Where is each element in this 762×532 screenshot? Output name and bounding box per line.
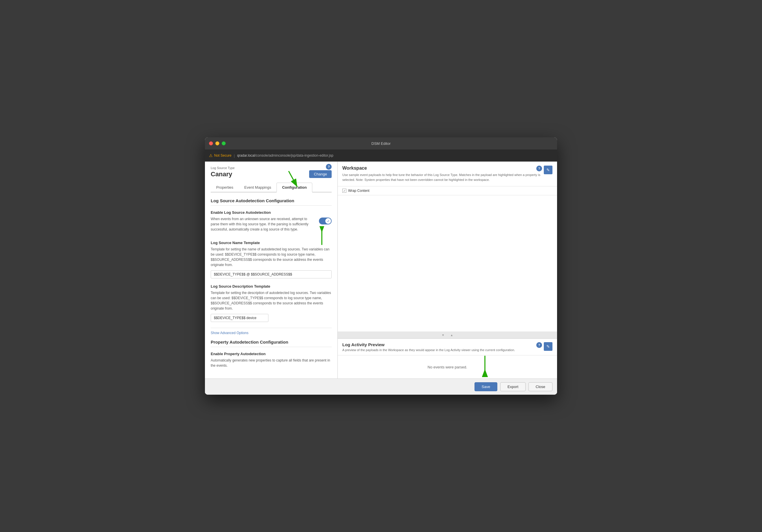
main-content: ? Log Source Type Canary Change Properti… — [205, 162, 557, 395]
log-source-type-label: Log Source Type — [211, 166, 332, 169]
traffic-lights — [209, 141, 226, 145]
title-bar: DSM Editor — [205, 137, 557, 150]
left-panel: ? Log Source Type Canary Change Properti… — [205, 162, 338, 378]
enable-autodetection-item: Enable Log Source Autodetection When eve… — [211, 210, 332, 235]
left-panel-inner: ? Log Source Type Canary Change Properti… — [211, 166, 332, 368]
change-button[interactable]: Change — [309, 170, 332, 178]
log-source-name-template-title: Log Source Name Template — [211, 240, 332, 245]
address-divider: | — [234, 154, 235, 158]
enable-autodetection-desc: When events from an unknown source are r… — [211, 216, 314, 232]
window-title: DSM Editor — [371, 141, 391, 146]
enable-property-autodetection-desc: Automatically generates new properties t… — [211, 358, 332, 368]
log-source-desc-template-input[interactable] — [211, 314, 268, 322]
bottom-bar: Save Export Close — [205, 378, 557, 395]
tabs-container: Properties Event Mappings Configuration — [211, 183, 332, 192]
wrap-content-checkbox[interactable]: ✓ — [342, 189, 346, 193]
left-help-button[interactable]: ? — [326, 164, 332, 169]
toggle-knob: ✓ — [325, 218, 331, 224]
log-activity-edit-button[interactable]: ✎ — [544, 342, 553, 351]
log-source-desc-template-desc: Template for setting the description of … — [211, 290, 332, 311]
tab-event-mappings[interactable]: Event Mappings — [239, 183, 276, 192]
log-activity-header: ? ✎ Log Activity Preview A preview of th… — [338, 339, 557, 356]
log-source-name-template-input[interactable] — [211, 270, 332, 278]
url-path: /console/adminconsole/jsp/data-ingestion… — [255, 154, 333, 158]
maximize-window-button[interactable] — [222, 141, 226, 145]
autodetection-toggle[interactable]: ✓ — [319, 218, 332, 225]
log-source-name-template-desc: Template for setting the name of autodet… — [211, 247, 332, 267]
show-advanced-link[interactable]: Show Advanced Options — [211, 328, 332, 335]
log-source-desc-template-title: Log Source Description Template — [211, 284, 332, 289]
log-source-name-template-item: Log Source Name Template Template for se… — [211, 240, 332, 278]
no-events-message: No events were parsed. — [427, 365, 467, 369]
config-section-title: Log Source Autodetection Configuration — [211, 198, 332, 206]
workspace-area — [338, 195, 557, 331]
workspace-header: ? ✎ Workspace Use sample event payloads … — [338, 162, 557, 186]
save-button[interactable]: Save — [475, 382, 497, 391]
log-activity-help-button[interactable]: ? — [536, 342, 542, 348]
url-domain: qradar.local — [237, 154, 255, 158]
export-button[interactable]: Export — [500, 382, 526, 391]
not-secure-label: Not Secure — [214, 154, 231, 158]
close-button[interactable]: Close — [528, 382, 553, 391]
tab-properties[interactable]: Properties — [211, 183, 239, 192]
log-activity-body: No events were parsed. — [338, 356, 557, 378]
log-activity-section: ? ✎ Log Activity Preview A preview of th… — [338, 338, 557, 378]
log-activity-desc: A preview of the payloads in the Workspa… — [342, 348, 553, 352]
enable-autodetection-title: Enable Log Source Autodetection — [211, 210, 332, 215]
property-config-title: Property Autodetection Configuration — [211, 340, 332, 347]
log-source-header: Canary Change — [211, 170, 332, 178]
workspace-divider: ▼ ▲ — [338, 331, 557, 338]
right-panel: ? ✎ Workspace Use sample event payloads … — [338, 162, 557, 378]
close-window-button[interactable] — [209, 141, 213, 145]
log-activity-title: Log Activity Preview — [342, 342, 553, 347]
not-secure-badge: ⚠ Not Secure — [209, 153, 231, 158]
enable-property-autodetection-item: Enable Property Autodetection Automatica… — [211, 352, 332, 368]
divider-up-arrow: ▲ — [450, 334, 453, 337]
warning-icon: ⚠ — [209, 153, 213, 158]
property-config-section: Property Autodetection Configuration Ena… — [211, 340, 332, 368]
log-source-desc-template-item: Log Source Description Template Template… — [211, 284, 332, 322]
address-bar: ⚠ Not Secure | qradar.local/console/admi… — [205, 150, 557, 162]
address-url: qradar.local/console/adminconsole/jsp/da… — [237, 154, 333, 158]
divider-down-arrow: ▼ — [442, 334, 444, 337]
toggle-check-icon: ✓ — [327, 220, 329, 223]
wrap-content-label: Wrap Content — [348, 189, 369, 193]
workspace-help-button[interactable]: ? — [536, 166, 542, 171]
top-panel: ? Log Source Type Canary Change Properti… — [205, 162, 557, 378]
minimize-window-button[interactable] — [215, 141, 219, 145]
workspace-edit-button[interactable]: ✎ — [544, 166, 553, 174]
app-window: DSM Editor ⚠ Not Secure | qradar.local/c… — [205, 137, 557, 395]
log-source-name: Canary — [211, 170, 232, 178]
workspace-desc: Use sample event payloads to help fine t… — [342, 172, 544, 182]
wrap-content-row: ✓ Wrap Content — [338, 186, 557, 195]
workspace-title: Workspace — [342, 166, 553, 171]
tab-configuration[interactable]: Configuration — [276, 183, 312, 192]
enable-property-autodetection-title: Enable Property Autodetection — [211, 352, 332, 356]
